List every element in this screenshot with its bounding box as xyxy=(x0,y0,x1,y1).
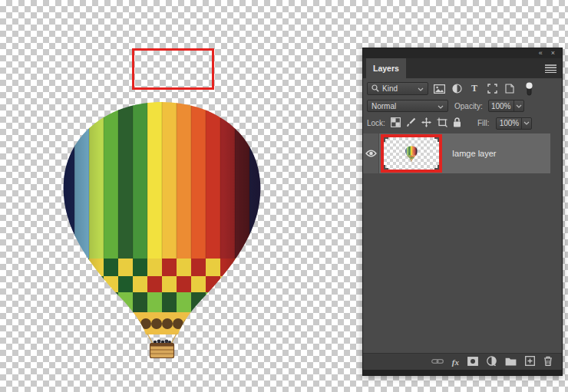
layer-thumbnail-balloon xyxy=(405,146,418,162)
delete-layer-trash-icon[interactable] xyxy=(543,356,553,367)
thumbnail-corner-mark xyxy=(434,137,439,142)
layer-style-fx-icon[interactable]: fx xyxy=(452,357,459,367)
red-rectangle-annotation xyxy=(132,48,214,90)
opacity-input[interactable]: 100% xyxy=(488,100,524,112)
layer-visibility-toggle[interactable] xyxy=(363,133,379,173)
chevron-down-icon xyxy=(418,84,424,93)
blend-row: Normal Opacity: 100% xyxy=(367,100,558,112)
panel-tab-row: Layers xyxy=(363,58,562,78)
lock-all-icon[interactable] xyxy=(453,117,461,129)
filtering-toggle-switch[interactable] xyxy=(522,83,536,95)
filter-type-layers-icon[interactable]: T xyxy=(467,83,481,95)
filter-kind-label: Kind xyxy=(382,84,398,93)
layer-row-image-layer[interactable]: Iamge layer xyxy=(363,133,550,173)
filter-smart-objects-icon[interactable] xyxy=(503,83,517,95)
lock-label: Lock: xyxy=(367,119,385,127)
filter-kind-select[interactable]: Kind xyxy=(367,82,428,95)
new-layer-icon[interactable] xyxy=(525,356,535,367)
lock-transparency-icon[interactable] xyxy=(391,117,401,129)
panel-titlebar: « × xyxy=(363,48,562,58)
balloon-image xyxy=(60,100,264,360)
lock-artboard-frame-icon[interactable] xyxy=(437,117,447,129)
filter-row: Kind T xyxy=(367,82,558,95)
photoshop-workspace: « × Layers Kind xyxy=(0,0,568,392)
filter-pixel-layers-icon[interactable] xyxy=(432,83,446,95)
collapse-panel-icon[interactable]: « xyxy=(539,50,543,57)
fill-label: Fill: xyxy=(477,119,490,127)
panel-body: Kind T xyxy=(363,78,562,353)
eye-icon xyxy=(365,150,377,157)
layers-panel: « × Layers Kind xyxy=(362,48,563,376)
chevron-down-icon[interactable] xyxy=(521,118,531,129)
blend-mode-select[interactable]: Normal xyxy=(367,100,448,112)
panel-footer: fx xyxy=(363,353,562,370)
layer-name[interactable]: Iamge layer xyxy=(452,149,496,158)
filter-adjustment-layers-icon[interactable] xyxy=(450,83,464,95)
thumbnail-corner-mark xyxy=(384,137,388,142)
close-panel-icon[interactable]: × xyxy=(551,50,555,57)
search-icon xyxy=(372,84,379,94)
balloon-graphic xyxy=(60,100,264,360)
chevron-down-icon xyxy=(438,102,444,110)
lock-pixels-brush-icon[interactable] xyxy=(406,117,416,129)
lock-row: Lock: Fill: 100% xyxy=(367,117,558,129)
fill-input[interactable]: 100% xyxy=(496,117,532,130)
thumbnail-corner-mark xyxy=(434,165,439,170)
link-layers-icon[interactable] xyxy=(431,357,444,366)
panel-menu-icon[interactable] xyxy=(545,64,556,74)
blend-mode-value: Normal xyxy=(372,102,396,110)
filter-shape-layers-icon[interactable] xyxy=(485,83,499,95)
layer-list: Iamge layer xyxy=(363,133,562,353)
fill-value: 100% xyxy=(497,119,521,127)
thumbnail-corner-mark xyxy=(384,165,388,170)
chevron-down-icon[interactable] xyxy=(514,100,523,111)
lock-position-move-icon[interactable] xyxy=(421,117,431,129)
opacity-label: Opacity: xyxy=(454,102,483,110)
tab-layers[interactable]: Layers xyxy=(366,58,406,78)
add-layer-mask-icon[interactable] xyxy=(467,357,478,367)
new-group-folder-icon[interactable] xyxy=(505,357,517,367)
balloon-basket xyxy=(147,334,177,358)
new-adjustment-layer-icon[interactable] xyxy=(487,356,497,367)
opacity-value: 100% xyxy=(489,102,514,110)
panel-bottom-strip xyxy=(363,370,562,375)
layer-thumbnail-red-highlight[interactable] xyxy=(381,134,442,173)
